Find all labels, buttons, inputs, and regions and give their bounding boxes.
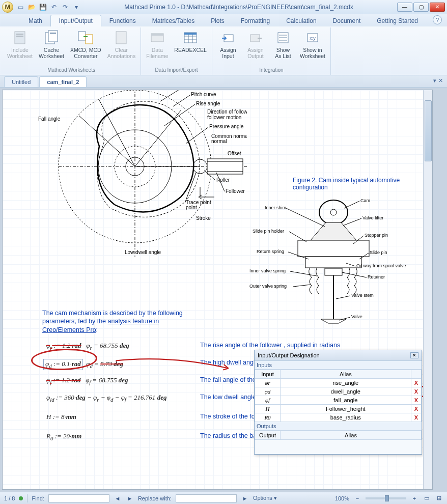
io-popup-close-icon[interactable]: ✕: [410, 352, 418, 358]
cache-worksheet-icon: [43, 30, 60, 46]
zoom-value[interactable]: 100%: [335, 495, 349, 501]
close-button[interactable]: ✕: [430, 3, 445, 12]
table-row[interactable]: φrrise_angleX: [255, 379, 422, 387]
page-fit-icon[interactable]: ⊞: [435, 494, 443, 502]
delete-row-icon[interactable]: X: [411, 405, 421, 413]
svg-rect-67: [325, 268, 342, 275]
undo-icon[interactable]: ↶: [50, 3, 58, 11]
delete-row-icon[interactable]: X: [411, 396, 421, 405]
svg-rect-5: [50, 33, 56, 34]
table-row[interactable]: φddwell_angleX: [255, 387, 422, 396]
readexcel-button[interactable]: READEXCEL: [172, 29, 209, 54]
svg-line-76: [290, 271, 317, 276]
replace-next-icon[interactable]: ►: [241, 494, 249, 502]
vertical-scrollbar[interactable]: [423, 90, 432, 490]
replace-input[interactable]: [176, 494, 237, 502]
worksheet-content: Cam profile Pitch curve Rise angle Direc…: [3, 90, 432, 489]
svg-rect-4: [48, 31, 58, 42]
tab-plots[interactable]: Plots: [203, 15, 233, 26]
show-in-worksheet-button[interactable]: x:yShow inWorksheet: [298, 29, 327, 60]
tab-document[interactable]: Document: [325, 15, 369, 26]
tab-matrices-tables[interactable]: Matrices/Tables: [144, 15, 203, 26]
svg-text:Stopper pin: Stopper pin: [365, 233, 388, 238]
svg-text:Fall angle: Fall angle: [38, 116, 61, 122]
svg-line-80: [344, 201, 359, 208]
help-button[interactable]: ?: [433, 15, 442, 24]
converter-icon: [77, 30, 94, 46]
window-buttons: — ▢ ✕: [397, 3, 445, 12]
include-worksheet-button[interactable]: IncludeWorksheet: [5, 29, 35, 60]
redo-icon[interactable]: ↷: [61, 3, 69, 11]
eq-fall-angle[interactable]: φf := 1.2·rad φf = 68.755 deg: [46, 376, 128, 385]
open-icon[interactable]: 📂: [27, 3, 36, 11]
new-doc-icon[interactable]: ▭: [16, 3, 24, 11]
assign-input-button[interactable]: AssignInput: [215, 29, 241, 60]
figure2-caption: Figure 2. Cam inside typical automotive …: [293, 177, 405, 191]
find-next-icon[interactable]: ►: [126, 494, 134, 502]
show-in-worksheet-icon: x:y: [304, 30, 321, 46]
zoom-slider[interactable]: [366, 497, 406, 499]
page-width-icon[interactable]: ▭: [423, 494, 431, 502]
svg-rect-0: [15, 32, 25, 44]
page-indicator[interactable]: 1 / 8: [4, 495, 15, 501]
svg-rect-65: [298, 240, 369, 257]
table-row[interactable]: HFollower_heightX: [255, 405, 422, 413]
tab-math[interactable]: Math: [20, 15, 50, 26]
svg-text:Inner shim: Inner shim: [265, 205, 286, 210]
find-input[interactable]: [48, 494, 109, 502]
svg-text:Rise angle: Rise angle: [196, 101, 220, 106]
tab-input-output[interactable]: Input/Output: [50, 15, 101, 26]
options-dropdown[interactable]: Options ▾: [253, 495, 277, 501]
maximize-button[interactable]: ▢: [413, 3, 429, 12]
clear-annotations-button[interactable]: ClearAnnotations: [105, 29, 137, 60]
eq-stroke[interactable]: H := 8·mm: [46, 413, 76, 421]
tab-functions[interactable]: Functions: [101, 15, 144, 26]
zoom-in-icon[interactable]: +: [410, 494, 418, 502]
desc-stroke: The stroke of the fo: [200, 413, 255, 420]
eq-base-radius[interactable]: R0 := 20·mm: [46, 432, 81, 441]
document-tabs: Untitled cam_final_2 ▾ ✕: [0, 75, 447, 88]
svg-line-40: [160, 90, 185, 101]
outputs-section-label: Outputs: [255, 422, 422, 431]
xmcd-mcd-converter-button[interactable]: XMCD, MCDConverter: [68, 29, 103, 60]
eq-low-dwell[interactable]: φld := 360·deg − φr − φd − φf = 216.761 …: [46, 394, 166, 403]
doctab-cam-final-2[interactable]: cam_final_2: [39, 76, 87, 87]
tab-getting-started[interactable]: Getting Started: [369, 15, 426, 26]
clear-annotations-icon: [113, 30, 129, 46]
group-mathcad-worksheets: IncludeWorksheet CacheWorksheet XMCD, MC…: [2, 27, 141, 75]
cache-worksheet-button[interactable]: CacheWorksheet: [37, 29, 66, 60]
delete-row-icon[interactable]: X: [411, 379, 421, 387]
io-designation-popup[interactable]: Input/Output Designation ✕ Inputs InputA…: [254, 350, 422, 455]
outputs-table: OutputAlias: [255, 431, 422, 440]
group-data-import-export: DataFilename READEXCEL Data Import/Expor…: [141, 27, 212, 75]
doctab-close-icon[interactable]: ✕: [438, 77, 443, 84]
group-integration: AssignInput AssignOutput ShowAs List x:y…: [212, 27, 331, 75]
tab-calculation[interactable]: Calculation: [278, 15, 324, 26]
table-row[interactable]: φffall_angleX: [255, 396, 422, 405]
worksheet[interactable]: Cam profile Pitch curve Rise angle Direc…: [2, 90, 433, 490]
delete-row-icon[interactable]: X: [411, 387, 421, 396]
svg-text:Outer valve spring: Outer valve spring: [249, 284, 287, 289]
doctab-untitled[interactable]: Untitled: [4, 76, 38, 87]
tab-formatting[interactable]: Formatting: [233, 15, 278, 26]
io-popup-titlebar[interactable]: Input/Output Designation ✕: [255, 350, 422, 361]
scrollbar-thumb[interactable]: [425, 100, 432, 161]
include-worksheet-icon: [12, 30, 28, 46]
zoom-out-icon[interactable]: −: [353, 494, 361, 502]
qat-dropdown-icon[interactable]: ▾: [72, 3, 80, 11]
svg-point-63: [319, 200, 348, 225]
delete-row-icon[interactable]: X: [411, 413, 421, 422]
svg-point-64: [330, 209, 337, 215]
doctab-dropdown-icon[interactable]: ▾: [433, 77, 436, 84]
app-orb[interactable]: M: [2, 2, 13, 13]
data-filename-button[interactable]: DataFilename: [144, 29, 170, 60]
show-as-list-button[interactable]: ShowAs List: [270, 29, 296, 60]
inputs-table: InputAlias φrrise_angleX φddwell_angleX …: [255, 370, 422, 422]
minimize-button[interactable]: —: [397, 3, 412, 12]
assign-output-button[interactable]: AssignOutput: [243, 29, 268, 60]
svg-rect-16: [184, 33, 197, 35]
find-prev-icon[interactable]: ◄: [114, 494, 122, 502]
save-icon[interactable]: 💾: [39, 3, 47, 11]
table-row[interactable]: R0base_radiusX: [255, 413, 422, 422]
svg-text:Cam: Cam: [360, 198, 370, 203]
